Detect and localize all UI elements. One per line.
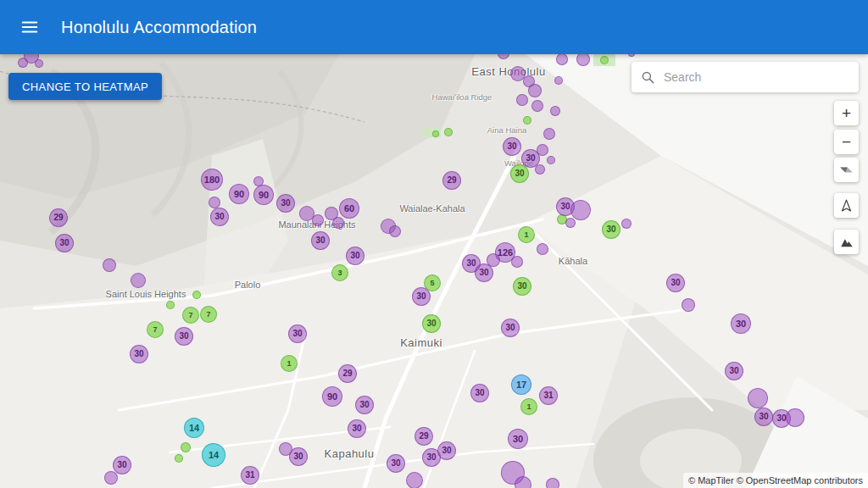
map-marker[interactable]: [748, 388, 768, 408]
page-title: Honolulu Accommodation: [61, 18, 257, 37]
map-marker[interactable]: 7: [182, 307, 199, 324]
map-marker[interactable]: [600, 56, 609, 64]
map-marker[interactable]: 30: [276, 194, 295, 213]
map-marker[interactable]: [389, 225, 401, 237]
map-marker[interactable]: [131, 273, 146, 288]
map-marker[interactable]: [537, 144, 548, 156]
map-marker[interactable]: [523, 116, 531, 125]
map-attribution[interactable]: © MapTiler © OpenStreetMap contributors: [683, 473, 868, 488]
compass-button[interactable]: [834, 158, 859, 182]
map-marker[interactable]: [192, 291, 201, 299]
map-marker[interactable]: [528, 84, 542, 97]
map-marker[interactable]: [103, 258, 116, 272]
map-marker[interactable]: 30: [725, 362, 743, 380]
map-marker[interactable]: 30: [210, 208, 229, 226]
map-marker[interactable]: 30: [311, 231, 330, 250]
map-marker[interactable]: 31: [539, 386, 558, 405]
map-marker[interactable]: 30: [113, 456, 131, 474]
map-marker[interactable]: 7: [200, 306, 217, 323]
map-marker[interactable]: 17: [511, 374, 531, 395]
map-marker[interactable]: [546, 478, 559, 488]
map-marker[interactable]: 30: [346, 247, 364, 265]
map-canvas[interactable]: [0, 54, 868, 488]
map-marker[interactable]: 30: [501, 319, 520, 337]
map-marker[interactable]: [312, 214, 324, 226]
map-marker[interactable]: 1: [518, 226, 535, 243]
change-to-heatmap-button[interactable]: CHANGE TO HEATMAP: [8, 73, 162, 100]
zoom-out-button[interactable]: −: [834, 130, 859, 154]
map-marker[interactable]: 90: [229, 184, 249, 204]
map-marker[interactable]: 3: [331, 264, 348, 281]
map-marker[interactable]: 30: [288, 324, 307, 343]
compass-icon: [838, 162, 854, 178]
map-marker[interactable]: [516, 94, 528, 106]
map-marker[interactable]: 30: [437, 441, 456, 460]
map-marker[interactable]: 1: [281, 355, 298, 372]
map-marker[interactable]: [554, 76, 563, 85]
map-marker[interactable]: 30: [754, 408, 773, 426]
map-marker[interactable]: [181, 442, 191, 452]
map-marker[interactable]: 29: [415, 427, 433, 446]
map-marker[interactable]: [332, 217, 344, 229]
map-marker[interactable]: [432, 130, 439, 137]
map-marker[interactable]: [35, 59, 43, 68]
map-marker[interactable]: [166, 301, 175, 309]
map-marker[interactable]: 180: [201, 169, 223, 191]
zoom-in-button[interactable]: +: [834, 101, 859, 125]
map-marker[interactable]: 30: [510, 164, 529, 183]
terrain-button[interactable]: [834, 230, 859, 254]
map-marker[interactable]: [537, 243, 548, 255]
map-marker[interactable]: 14: [184, 418, 204, 438]
map-marker[interactable]: [535, 164, 545, 175]
map-marker[interactable]: [570, 200, 591, 220]
map-marker[interactable]: [511, 256, 523, 268]
map-marker[interactable]: 1: [520, 398, 537, 415]
map-marker[interactable]: [543, 128, 555, 140]
map-marker[interactable]: [104, 471, 118, 485]
map-marker[interactable]: 29: [49, 208, 68, 227]
map-marker[interactable]: [444, 128, 453, 136]
locate-button[interactable]: [834, 193, 859, 218]
map-marker[interactable]: 60: [339, 198, 359, 219]
map-marker[interactable]: [621, 219, 632, 229]
map-marker[interactable]: [786, 408, 804, 427]
map-marker[interactable]: [531, 100, 543, 112]
map-marker[interactable]: 29: [338, 364, 357, 383]
map-marker[interactable]: [209, 197, 220, 208]
map-marker[interactable]: [18, 58, 28, 68]
map-marker[interactable]: 30: [513, 277, 531, 296]
map-marker[interactable]: 30: [508, 429, 528, 449]
map-marker[interactable]: 29: [442, 171, 461, 190]
map-marker[interactable]: 30: [470, 384, 489, 402]
map-marker[interactable]: 14: [202, 443, 225, 467]
map-marker[interactable]: [547, 156, 555, 164]
map-marker[interactable]: [253, 176, 264, 186]
map-marker[interactable]: 7: [147, 321, 164, 338]
map-marker[interactable]: 30: [348, 419, 366, 438]
map-marker[interactable]: [565, 218, 576, 228]
map-marker[interactable]: 30: [666, 274, 685, 292]
map-marker[interactable]: [682, 298, 695, 312]
map-marker[interactable]: [279, 442, 292, 456]
map-marker[interactable]: 30: [355, 396, 374, 414]
map-marker[interactable]: 90: [253, 185, 274, 205]
map-marker[interactable]: [406, 472, 423, 488]
map-marker[interactable]: [550, 106, 560, 116]
map-marker[interactable]: [556, 53, 568, 65]
map-marker[interactable]: 31: [241, 466, 259, 485]
map-marker[interactable]: 30: [387, 454, 405, 473]
map-marker[interactable]: 30: [503, 137, 521, 156]
map-marker[interactable]: 30: [731, 313, 751, 334]
map-marker[interactable]: 30: [130, 345, 148, 363]
menu-button[interactable]: [15, 13, 44, 42]
map-marker[interactable]: [515, 476, 531, 488]
map-marker[interactable]: 30: [602, 220, 620, 239]
map-marker[interactable]: [576, 53, 590, 66]
map-marker[interactable]: 30: [422, 314, 441, 333]
search-input[interactable]: [662, 69, 850, 85]
map-marker[interactable]: 5: [424, 274, 441, 291]
map-marker[interactable]: 30: [175, 327, 193, 346]
map-marker[interactable]: 90: [322, 386, 342, 407]
map-marker[interactable]: [175, 454, 183, 463]
map-marker[interactable]: 30: [55, 234, 74, 252]
